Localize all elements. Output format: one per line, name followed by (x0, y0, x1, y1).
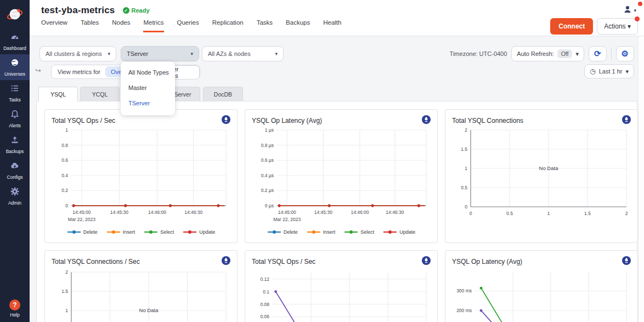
node-type-dropdown[interactable]: TServer▾ (121, 46, 199, 61)
legend-item[interactable]: Select (344, 229, 374, 235)
tab-health[interactable]: Health (323, 19, 341, 32)
settings-button[interactable]: ⚙ (616, 46, 634, 61)
legend-item[interactable]: Update (183, 229, 215, 235)
actions-button[interactable]: Actions ▾ (597, 18, 638, 35)
backup-upload-icon (10, 135, 20, 147)
metric-tab-ycql[interactable]: YCQL (80, 87, 120, 101)
prometheus-link-icon[interactable] (222, 256, 230, 267)
legend-item[interactable]: Delete (67, 229, 98, 235)
svg-text:0.06: 0.06 (260, 314, 269, 319)
legend-item[interactable]: Insert (307, 229, 336, 235)
sidebar-item-help[interactable]: ? Help (0, 300, 30, 318)
svg-text:0: 0 (465, 204, 467, 210)
refresh-icon: ⟳ (594, 49, 601, 59)
clock-icon: ◷ (590, 67, 595, 75)
chevron-down-icon: ▾ (190, 51, 193, 57)
prometheus-link-icon[interactable] (622, 256, 631, 267)
legend-item[interactable]: Update (383, 229, 415, 235)
svg-text:0.4 µs: 0.4 µs (261, 173, 274, 178)
svg-text:2: 2 (465, 127, 467, 133)
svg-text:14:45:30: 14:45:30 (110, 210, 128, 215)
sidebar-item-label: Tasks (9, 97, 21, 103)
page-header: test-yba-metrics ✓ Ready Overview Tables… (30, 0, 644, 36)
svg-text:No Data: No Data (139, 307, 159, 313)
timezone-label: Timezone: UTC-0400 (450, 50, 507, 57)
menu-option-tserver[interactable]: TServer (121, 95, 175, 111)
svg-text:1: 1 (65, 308, 68, 313)
svg-text:0.08: 0.08 (260, 302, 269, 307)
chart-plot-area[interactable]: 0.120.10.080.060.040.02 (252, 268, 431, 322)
view-metrics-label: View metrics for (58, 69, 100, 75)
sidebar-item-alerts[interactable]: Alerts (0, 106, 30, 132)
notification-dot (635, 16, 640, 21)
svg-text:0.2: 0.2 (61, 188, 68, 193)
prometheus-link-icon[interactable] (422, 256, 431, 267)
prometheus-link-icon[interactable] (222, 115, 230, 126)
chart-card: YSQL Op Latency (Avg) 1 µs0.8 µs0.6 µs0.… (245, 109, 438, 243)
chart-plot-area[interactable]: 21.510.50No Data (52, 268, 230, 322)
chevron-down-icon: ▾ (634, 8, 636, 13)
metric-tab-docdb[interactable]: DocDB (203, 87, 243, 101)
sidebar-item-configs[interactable]: Configs (0, 157, 30, 183)
tab-metrics[interactable]: Metrics (143, 19, 163, 32)
sidebar-item-backups[interactable]: Backups (0, 132, 30, 157)
user-menu[interactable]: ▾ (623, 5, 636, 16)
time-range-dropdown[interactable]: ◷ Last 1 hr ▾ (584, 64, 634, 78)
svg-text:1.5: 1.5 (461, 146, 467, 152)
tab-backups[interactable]: Backups (286, 19, 310, 32)
chart-card: Total YSQL Ops / Sec 10.80.60.40.2014:45… (44, 109, 238, 243)
menu-option-master[interactable]: Master (121, 80, 175, 95)
prometheus-link-icon[interactable] (422, 115, 431, 126)
svg-text:0.12: 0.12 (260, 276, 269, 282)
tab-overview[interactable]: Overview (41, 19, 67, 32)
tab-replication[interactable]: Replication (212, 19, 244, 32)
auto-refresh-dropdown[interactable]: Auto Refresh: Off ▾ (511, 46, 584, 61)
menu-option-all-node-types[interactable]: All Node Types (121, 65, 175, 80)
sidebar-item-universes[interactable]: Universes (0, 54, 30, 80)
svg-text:300 ms: 300 ms (456, 288, 472, 293)
prometheus-link-icon[interactable] (622, 115, 631, 126)
charts-panel: Total YSQL Ops / Sec 10.80.60.40.2014:45… (36, 101, 637, 322)
legend-item[interactable]: Select (144, 229, 174, 235)
svg-text:0.8: 0.8 (61, 143, 68, 148)
refresh-button[interactable]: ⟳ (589, 46, 607, 61)
svg-text:1: 1 (465, 166, 467, 171)
help-icon: ? (9, 300, 20, 310)
azs-nodes-dropdown[interactable]: All AZs & nodes▾ (202, 46, 284, 61)
chart-legend: DeleteInsertSelectUpdate (252, 229, 431, 235)
chart-card: YSQL Op Latency (Avg) 300 ms200 ms100 ms (445, 250, 638, 322)
chevron-down-icon: ▾ (275, 51, 278, 57)
yugabyte-logo[interactable] (0, 0, 30, 29)
chart-title: YSQL Op Latency (Avg) (452, 258, 522, 265)
chart-legend: DeleteInsertSelectUpdate (52, 229, 230, 235)
tab-tables[interactable]: Tables (81, 19, 99, 32)
connect-button[interactable]: Connect (550, 18, 593, 35)
user-avatar-icon (623, 5, 632, 16)
sidebar-item-label: Backups (6, 149, 24, 154)
sidebar-item-tasks[interactable]: Tasks (0, 80, 30, 106)
sidebar-item-dashboard[interactable]: Dashboard (0, 29, 30, 54)
chart-card: Total YSQL Connections / Sec 21.510.50No… (44, 250, 238, 322)
chart-plot-area[interactable]: 300 ms200 ms100 ms (452, 268, 631, 322)
chart-card: Total YSQL Connections 21.510.5000.511.5… (445, 109, 638, 243)
sidebar-item-admin[interactable]: Admin (0, 183, 30, 209)
chart-plot-area[interactable]: 1 µs0.8 µs0.6 µs0.4 µs0.2 µs0 µs14:45:00… (252, 127, 431, 227)
chart-plot-area[interactable]: 21.510.5000.511.52No Data (452, 127, 631, 227)
legend-item[interactable]: Insert (106, 229, 135, 235)
auto-refresh-value: Off (557, 49, 573, 58)
chart-plot-area[interactable]: 10.80.60.40.2014:45:00Mar 22, 202314:45:… (52, 127, 230, 227)
legend-item[interactable]: Delete (267, 229, 298, 235)
clusters-regions-dropdown[interactable]: All clusters & regions▾ (39, 46, 116, 61)
scrollbar[interactable] (638, 36, 644, 322)
help-label: Help (10, 312, 19, 318)
tab-queries[interactable]: Queries (177, 19, 199, 32)
tab-nodes[interactable]: Nodes (112, 19, 130, 32)
svg-text:1.5: 1.5 (584, 211, 591, 216)
svg-text:1.5: 1.5 (61, 289, 68, 294)
tab-tasks[interactable]: Tasks (257, 19, 273, 32)
chevron-down-icon: ▾ (628, 22, 631, 30)
svg-text:0.8 µs: 0.8 µs (261, 143, 274, 148)
svg-text:1: 1 (547, 211, 550, 216)
metric-tab-ysql[interactable]: YSQL (38, 87, 78, 101)
svg-text:0.6 µs: 0.6 µs (261, 157, 274, 163)
